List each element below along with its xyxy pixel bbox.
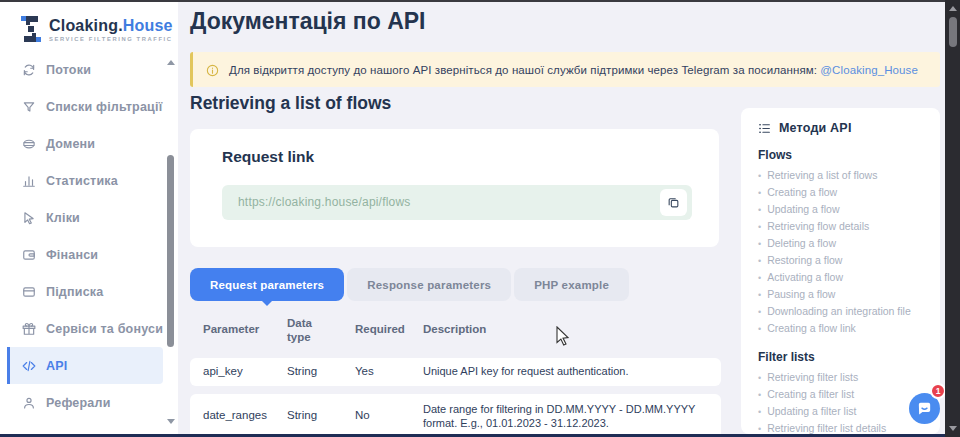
sidebar-item-label: API — [46, 359, 67, 373]
copy-button[interactable] — [660, 189, 687, 216]
method-link[interactable]: Downloading an integration file — [758, 303, 923, 320]
method-link[interactable]: Deleting a flow — [758, 235, 923, 252]
sidebar-item-label: Списки фільтрації — [46, 100, 162, 114]
methods-panel-header: Методи API — [758, 121, 923, 135]
sidebar-item-services-bonuses[interactable]: Сервіси та бонуси — [7, 310, 163, 347]
method-link[interactable]: Creating a flow link — [758, 320, 923, 337]
sidebar-item-domains[interactable]: Домени — [7, 125, 163, 162]
sidebar-nav: Потоки Списки фільтрації Домени Статисти… — [0, 51, 163, 421]
sidebar-item-label: Потоки — [46, 63, 91, 77]
methods-panel-title: Методи API — [779, 121, 852, 135]
scroll-down-icon[interactable] — [167, 419, 175, 424]
gift-icon — [22, 322, 36, 336]
chat-icon — [916, 400, 933, 417]
api-methods-panel: Методи API Flows Retrieving a list of fl… — [741, 108, 940, 434]
tab-request-parameters[interactable]: Request parameters — [190, 268, 344, 301]
sidebar-item-label: Статистика — [46, 174, 118, 188]
tab-response-parameters[interactable]: Response parameters — [347, 268, 511, 301]
param-type: String — [287, 409, 317, 421]
sidebar-item-label: Підписка — [46, 285, 103, 299]
method-link[interactable]: Retrieving filter list details — [758, 420, 923, 434]
col-required: Required — [355, 323, 405, 335]
scroll-up-icon[interactable] — [167, 60, 175, 65]
scroll-up-icon[interactable] — [949, 6, 957, 11]
logo[interactable]: Cloaking.House SERVICE FILTERING TRAFFIC — [20, 14, 173, 44]
request-link-card: Request link https://cloaking.house/api/… — [190, 129, 719, 247]
sidebar-item-label: Фінанси — [46, 248, 98, 262]
logo-subtitle: SERVICE FILTERING TRAFFIC — [49, 36, 173, 42]
param-required: Yes — [355, 365, 374, 377]
browser-scrollbar-thumb[interactable] — [949, 17, 957, 47]
sidebar-item-statistics[interactable]: Статистика — [7, 162, 163, 199]
param-type: String — [287, 365, 317, 377]
scroll-down-icon[interactable] — [949, 426, 957, 431]
sidebar-item-label: Сервіси та бонуси — [46, 322, 163, 336]
bar-chart-icon — [22, 174, 36, 188]
code-icon — [22, 359, 36, 373]
info-icon — [206, 63, 219, 76]
param-name: date_ranges — [203, 409, 267, 421]
parameter-tabs: Request parameters Response parameters P… — [190, 268, 629, 301]
sidebar-item-label: Реферали — [46, 396, 111, 410]
sidebar-item-clicks[interactable]: Кліки — [7, 199, 163, 236]
sidebar-scrollbar-thumb[interactable] — [167, 155, 174, 347]
col-description: Description — [423, 323, 486, 335]
logo-name-dark: Cloaking. — [49, 17, 123, 34]
methods-section-flows: Flows — [758, 148, 923, 162]
section-title: Retrieving a list of flows — [190, 93, 391, 114]
window-top-edge — [0, 0, 960, 2]
notification-badge: 1 — [930, 383, 946, 399]
browser-scrollbar[interactable] — [945, 0, 960, 437]
table-header: Parameter Data type Required Description — [190, 310, 721, 348]
sidebar-item-filter-lists[interactable]: Списки фільтрації — [7, 88, 163, 125]
method-link[interactable]: Creating a flow — [758, 184, 923, 201]
method-link[interactable]: Activating a flow — [758, 269, 923, 286]
method-link[interactable]: Pausing a flow — [758, 286, 923, 303]
sidebar-scrollbar[interactable] — [166, 2, 176, 434]
sidebar-item-api[interactable]: API — [7, 347, 163, 384]
sidebar-item-referrals[interactable]: Реферали — [7, 384, 163, 421]
method-link[interactable]: Restoring a flow — [758, 252, 923, 269]
param-description: Date range for filtering in DD.MM.YYYY -… — [423, 403, 715, 430]
globe-icon — [22, 137, 36, 151]
app-window: Cloaking.House SERVICE FILTERING TRAFFIC… — [0, 0, 960, 437]
request-link-title: Request link — [222, 148, 314, 166]
tab-php-example[interactable]: PHP example — [514, 268, 629, 301]
logo-icon — [20, 14, 42, 44]
copy-icon — [667, 196, 680, 209]
sidebar-item-flows[interactable]: Потоки — [7, 51, 163, 88]
method-link[interactable]: Creating a filter list — [758, 386, 923, 403]
page-title: Документація по API — [190, 8, 425, 35]
filter-icon — [22, 100, 36, 114]
sidebar-item-label: Домени — [46, 137, 95, 151]
request-url: https://cloaking.house/api/flows — [238, 185, 411, 220]
banner-text: Для відкриття доступу до нашого API звер… — [229, 64, 918, 76]
sync-icon — [22, 63, 36, 77]
info-banner: Для відкриття доступу до нашого API звер… — [190, 52, 940, 87]
sidebar: Cloaking.House SERVICE FILTERING TRAFFIC… — [0, 2, 178, 434]
method-link[interactable]: Retrieving a list of flows — [758, 167, 923, 184]
col-parameter: Parameter — [203, 323, 259, 335]
sidebar-item-finances[interactable]: Фінанси — [7, 236, 163, 273]
wallet-icon — [22, 248, 36, 262]
method-link[interactable]: Retrieving filter lists — [758, 369, 923, 386]
method-link[interactable]: Retrieving flow details — [758, 218, 923, 235]
sidebar-item-subscription[interactable]: Підписка — [7, 273, 163, 310]
logo-text: Cloaking.House SERVICE FILTERING TRAFFIC — [49, 17, 173, 42]
methods-section-filter-lists: Filter lists — [758, 350, 923, 364]
telegram-link[interactable]: @Cloaking_House — [820, 64, 918, 76]
request-url-field[interactable]: https://cloaking.house/api/flows — [222, 185, 692, 220]
col-data-type: Data type — [287, 316, 327, 344]
credit-card-icon — [22, 285, 36, 299]
param-description: Unique API key for request authenticatio… — [423, 365, 715, 379]
table-row: api_key String Yes Unique API key for re… — [190, 358, 721, 386]
method-link[interactable]: Updating a filter list — [758, 403, 923, 420]
param-name: api_key — [203, 365, 243, 377]
sidebar-item-label: Кліки — [46, 211, 80, 225]
table-row: date_ranges String No Date range for fil… — [190, 394, 721, 437]
list-icon — [758, 122, 771, 135]
param-required: No — [355, 409, 370, 421]
user-icon — [22, 396, 36, 410]
cursor-icon — [22, 211, 36, 225]
method-link[interactable]: Updating a flow — [758, 201, 923, 218]
